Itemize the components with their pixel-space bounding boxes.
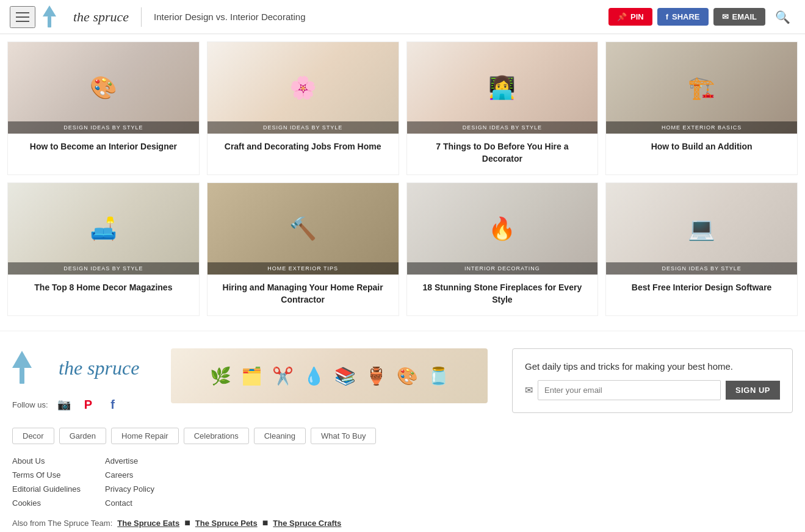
banner-paint-icon: 🎨 bbox=[397, 366, 418, 386]
article-image-placeholder: 🛋️ bbox=[8, 183, 199, 275]
pin-icon: 📌 bbox=[617, 12, 627, 21]
follow-label: Follow us: bbox=[12, 400, 48, 409]
banner-jar-icon: 🫙 bbox=[428, 366, 449, 386]
footer-also-link[interactable]: The Spruce Pets bbox=[195, 519, 258, 528]
article-image: 🌸 DESIGN IDEAS BY STYLE bbox=[208, 42, 399, 134]
article-title: How to Become an Interior Designer bbox=[8, 134, 199, 163]
footer-banner-content: 🌿 🗂️ ✂️ 💧 📚 🏺 🎨 🫙 bbox=[205, 361, 454, 391]
footer-email-title: Get daily tips and tricks for making you… bbox=[525, 361, 780, 372]
article-image-placeholder: 🌸 bbox=[208, 42, 399, 134]
instagram-icon[interactable]: 📷 bbox=[56, 396, 73, 413]
article-category: DESIGN IDEAS BY STYLE bbox=[8, 121, 199, 134]
footer-links-col-1: About UsTerms Of UseEditorial Guidelines… bbox=[12, 456, 81, 508]
header-logo[interactable]: the spruce bbox=[43, 4, 129, 30]
article-image-placeholder: 👩‍💻 bbox=[407, 42, 598, 134]
article-card[interactable]: 🎨 DESIGN IDEAS BY STYLE How to Become an… bbox=[7, 41, 200, 175]
banner-books-icon: 📚 bbox=[334, 366, 356, 386]
article-grid: 🎨 DESIGN IDEAS BY STYLE How to Become an… bbox=[0, 34, 805, 331]
email-button[interactable]: ✉ EMAIL bbox=[713, 8, 765, 26]
article-image-placeholder: 🔨 bbox=[208, 183, 399, 275]
article-image: 🏗️ HOME EXTERIOR BASICS bbox=[606, 42, 797, 134]
footer-nav-tag[interactable]: Cleaning bbox=[254, 428, 306, 444]
footer-nav-tag[interactable]: Decor bbox=[12, 428, 54, 444]
footer-link[interactable]: Terms Of Use bbox=[12, 470, 81, 480]
article-card[interactable]: 🛋️ DESIGN IDEAS BY STYLE The Top 8 Home … bbox=[7, 182, 200, 316]
facebook-icon[interactable]: f bbox=[104, 396, 121, 413]
footer-logo-inner: the spruce bbox=[12, 348, 139, 387]
also-from-label: Also from The Spruce Team: bbox=[12, 519, 112, 528]
header-divider bbox=[141, 7, 142, 27]
facebook-icon: f bbox=[666, 12, 668, 21]
footer-also-link[interactable]: The Spruce Eats bbox=[117, 519, 179, 528]
footer-links-col-2: AdvertiseCareersPrivacy PolicyContact bbox=[105, 456, 154, 508]
share-label: SHARE bbox=[672, 12, 700, 21]
article-image: 🔥 INTERIOR DECORATING bbox=[407, 183, 598, 275]
footer-bullet: ■ bbox=[184, 517, 190, 528]
header-logo-text: the spruce bbox=[73, 9, 129, 25]
footer-nav-tag[interactable]: Home Repair bbox=[111, 428, 179, 444]
article-card[interactable]: 🏗️ HOME EXTERIOR BASICS How to Build an … bbox=[605, 41, 798, 175]
svg-marker-4 bbox=[12, 351, 32, 368]
article-image: 👩‍💻 DESIGN IDEAS BY STYLE bbox=[407, 42, 598, 134]
article-title: Craft and Decorating Jobs From Home bbox=[208, 134, 399, 163]
banner-water-icon: 💧 bbox=[303, 366, 325, 386]
footer-link[interactable]: About Us bbox=[12, 456, 81, 466]
share-button[interactable]: f SHARE bbox=[657, 8, 709, 26]
footer-logo-section: the spruce Follow us: 📷 P f bbox=[12, 348, 146, 413]
banner-vase-icon: 🏺 bbox=[366, 366, 387, 386]
menu-button[interactable] bbox=[10, 6, 35, 28]
footer-link[interactable]: Careers bbox=[105, 470, 154, 480]
article-category: DESIGN IDEAS BY STYLE bbox=[208, 121, 399, 134]
article-image-placeholder: 🔥 bbox=[407, 183, 598, 275]
article-card[interactable]: 💻 DESIGN IDEAS BY STYLE Best Free Interi… bbox=[605, 182, 798, 316]
header-title: Interior Design vs. Interior Decorating bbox=[154, 12, 305, 22]
article-category: INTERIOR DECORATING bbox=[407, 262, 598, 275]
email-label: EMAIL bbox=[732, 12, 757, 21]
footer-email-row: ✉ SIGN UP bbox=[525, 380, 780, 400]
article-title: The Top 8 Home Decor Magazines bbox=[8, 275, 199, 304]
footer-logo-text: the spruce bbox=[59, 357, 139, 379]
envelope-icon: ✉ bbox=[525, 384, 533, 396]
article-card[interactable]: 🌸 DESIGN IDEAS BY STYLE Craft and Decora… bbox=[207, 41, 399, 175]
article-image: 🛋️ DESIGN IDEAS BY STYLE bbox=[8, 183, 199, 275]
footer-nav-tag[interactable]: What To Buy bbox=[311, 428, 376, 444]
footer-follow: Follow us: 📷 P f bbox=[12, 396, 121, 413]
pinterest-icon[interactable]: P bbox=[80, 396, 97, 413]
footer-spruce-logo-icon bbox=[12, 348, 51, 387]
footer-top: the spruce Follow us: 📷 P f 🌿 🗂️ ✂️ 💧 📚 … bbox=[12, 348, 793, 413]
article-image: 💻 DESIGN IDEAS BY STYLE bbox=[606, 183, 797, 275]
footer-link[interactable]: Privacy Policy bbox=[105, 484, 154, 494]
article-image-placeholder: 🏗️ bbox=[606, 42, 797, 134]
pin-label: PIN bbox=[630, 12, 644, 21]
article-image: 🔨 HOME EXTERIOR TIPS bbox=[208, 183, 399, 275]
footer-link[interactable]: Advertise bbox=[105, 456, 154, 466]
footer-link[interactable]: Contact bbox=[105, 498, 154, 508]
signup-button[interactable]: SIGN UP bbox=[726, 381, 780, 400]
footer: the spruce Follow us: 📷 P f 🌿 🗂️ ✂️ 💧 📚 … bbox=[0, 331, 805, 532]
svg-marker-1 bbox=[43, 5, 56, 16]
article-card[interactable]: 🔨 HOME EXTERIOR TIPS Hiring and Managing… bbox=[207, 182, 399, 316]
footer-link[interactable]: Cookies bbox=[12, 498, 81, 508]
footer-banner: 🌿 🗂️ ✂️ 💧 📚 🏺 🎨 🫙 bbox=[171, 348, 488, 403]
article-title: Hiring and Managing Your Home Repair Con… bbox=[208, 275, 399, 315]
header: the spruce Interior Design vs. Interior … bbox=[0, 0, 805, 34]
email-icon: ✉ bbox=[722, 12, 729, 21]
search-button[interactable]: 🔍 bbox=[770, 5, 795, 29]
footer-also-link[interactable]: The Spruce Crafts bbox=[273, 519, 341, 528]
footer-link[interactable]: Editorial Guidelines bbox=[12, 484, 81, 494]
footer-bullet: ■ bbox=[262, 517, 269, 528]
email-input[interactable] bbox=[538, 380, 721, 400]
pin-button[interactable]: 📌 PIN bbox=[608, 8, 652, 26]
footer-nav-tag[interactable]: Celebrations bbox=[184, 428, 249, 444]
footer-nav-tag[interactable]: Garden bbox=[59, 428, 106, 444]
article-image-placeholder: 🎨 bbox=[8, 42, 199, 134]
article-image-placeholder: 💻 bbox=[606, 183, 797, 275]
article-category: DESIGN IDEAS BY STYLE bbox=[606, 262, 797, 275]
banner-drawer-icon: 🗂️ bbox=[241, 366, 262, 386]
search-icon: 🔍 bbox=[775, 10, 790, 24]
article-category: HOME EXTERIOR TIPS bbox=[208, 262, 399, 275]
article-title: Best Free Interior Design Software bbox=[606, 275, 797, 304]
article-image: 🎨 DESIGN IDEAS BY STYLE bbox=[8, 42, 199, 134]
article-card[interactable]: 👩‍💻 DESIGN IDEAS BY STYLE 7 Things to Do… bbox=[406, 41, 599, 175]
article-card[interactable]: 🔥 INTERIOR DECORATING 18 Stunning Stone … bbox=[406, 182, 599, 316]
